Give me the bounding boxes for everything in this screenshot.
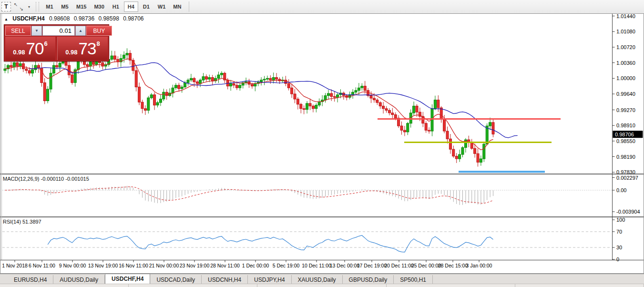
candle-body xyxy=(52,65,55,73)
candle-body xyxy=(165,92,168,95)
chart-tab-sp500-h1[interactable]: SP500,H1 xyxy=(394,275,433,284)
candle-body xyxy=(47,89,49,101)
candle-body xyxy=(111,56,113,59)
timeframe-button-d1[interactable]: D1 xyxy=(139,1,153,12)
timeframe-button-h4[interactable]: H4 xyxy=(124,1,138,12)
date-tick-label: 10 Dec 11:00 xyxy=(302,263,331,268)
candle-body xyxy=(233,83,235,85)
rsi-tick-label: 30 xyxy=(616,245,622,250)
price-tick-label: 1.01440 xyxy=(616,13,635,19)
chart-tab-usdchf-h4[interactable]: USDCHF,H4 xyxy=(105,274,150,284)
candle-body xyxy=(403,130,406,132)
chart-tab-usdcnh-h4[interactable]: USDCNH,H4 xyxy=(202,275,248,284)
candle-body xyxy=(135,71,137,87)
price-tick-label: 0.98190 xyxy=(616,154,635,160)
candle-body xyxy=(330,93,333,96)
timeframe-button-mn[interactable]: MN xyxy=(170,1,184,12)
candle-body xyxy=(318,102,320,105)
candle-body xyxy=(25,69,28,71)
date-tick-label: 1 Nov 2018 xyxy=(2,263,28,268)
price-tick-label: 0.99270 xyxy=(616,107,635,113)
macd-tick-label: 0.002297 xyxy=(616,175,638,181)
timeframe-button-w1[interactable]: W1 xyxy=(154,1,169,12)
candle-body xyxy=(56,65,58,67)
price-tick-label: 1.00360 xyxy=(616,60,635,66)
candle-body xyxy=(425,123,427,131)
chart-tabs-bar: EURUSD,H4AUDUSD,DailyUSDCHF,H4USDCAD,Dai… xyxy=(0,274,644,284)
date-tick-label: 5 Dec 19:00 xyxy=(273,263,300,268)
candle-body xyxy=(196,82,198,84)
triangle-up-icon: ▲ xyxy=(79,29,82,33)
sell-button[interactable]: SELL xyxy=(5,26,31,36)
date-tick-label: 13 Dec 00:00 xyxy=(330,263,360,268)
date-tick-label: 28 Nov 11:00 xyxy=(210,263,240,268)
candle-body xyxy=(373,98,375,100)
candle-body xyxy=(446,131,449,139)
candle-body xyxy=(13,63,15,67)
candle-body xyxy=(449,139,451,149)
candle-body xyxy=(211,78,214,81)
price-tick-label: 1.00720 xyxy=(616,44,635,50)
candle-body xyxy=(355,91,357,92)
timeframe-button-m1[interactable]: M1 xyxy=(42,1,57,12)
tool-dropdown-caret[interactable]: ▾ xyxy=(26,2,32,11)
candle-body xyxy=(10,65,12,67)
candle-body xyxy=(443,119,446,131)
candle-body xyxy=(95,61,98,64)
status-strip xyxy=(0,284,644,287)
candle-body xyxy=(123,55,125,58)
candle-body xyxy=(413,106,415,113)
chart-tab-usdcad-daily[interactable]: USDCAD,Daily xyxy=(150,275,202,284)
high-value: 0.98736 xyxy=(74,15,94,22)
mt4-window: T ↖ ↘ ▾ M1M5M15M30H1H4D1W1MN 1.014401.01… xyxy=(0,0,644,287)
toolbar-separator xyxy=(189,1,189,12)
price-tick-label: 1.00000 xyxy=(616,75,635,81)
timeframe-group: M1M5M15M30H1H4D1W1MN xyxy=(42,0,185,13)
chart-tab-gbpusd-daily[interactable]: GBPUSD,Daily xyxy=(343,275,394,284)
chart-tab-eurusd-h4[interactable]: EURUSD,H4 xyxy=(8,275,53,284)
date-tick-label: 9 Nov 00:00 xyxy=(59,263,86,268)
sell-price-display[interactable]: 0.98 70 6 xyxy=(5,37,55,60)
volume-input[interactable] xyxy=(42,26,75,36)
date-tick-label: 1 Dec 00:00 xyxy=(242,263,269,268)
chart-tab-usdjpy-h4[interactable]: USDJPY,H4 xyxy=(248,275,291,284)
candle-body xyxy=(327,93,329,96)
chart-tab-xauusd-daily[interactable]: XAUUSD,Daily xyxy=(292,275,343,284)
candle-body xyxy=(138,87,141,102)
candle-body xyxy=(272,78,275,80)
timeframe-button-m5[interactable]: M5 xyxy=(58,1,72,12)
candle-body xyxy=(156,102,159,105)
rsi-tick-label: 70 xyxy=(616,229,622,235)
timeframe-button-h1[interactable]: H1 xyxy=(109,1,123,12)
trade-panel-controls: SELL ▼ ▲ BUY xyxy=(5,26,108,36)
candle-body xyxy=(178,85,180,89)
chart-tab-audusd-daily[interactable]: AUDUSD,Daily xyxy=(53,275,105,284)
volume-increase-button[interactable]: ▲ xyxy=(75,26,86,36)
candle-body xyxy=(480,159,482,162)
candle-body xyxy=(230,83,232,86)
macd-values: -0.000110 -0.001015 xyxy=(41,176,89,182)
timeframe-button-m15[interactable]: M15 xyxy=(73,1,90,12)
volume-decrease-button[interactable]: ▼ xyxy=(31,26,42,36)
chart-window: 1.014401.010801.007201.003601.000000.996… xyxy=(0,13,644,274)
buy-button[interactable]: BUY xyxy=(86,26,112,36)
candle-body xyxy=(71,75,73,82)
rsi-name: RSI(14) xyxy=(3,219,21,225)
ohlc-values: 0.98608 0.98736 0.98598 0.98706 xyxy=(49,15,146,22)
rsi-indicator-label: RSI(14) 51.3897 xyxy=(3,219,41,225)
collapse-panel-icon[interactable]: ▲ xyxy=(4,17,8,21)
candle-body xyxy=(235,85,238,88)
candle-body xyxy=(86,64,89,66)
chart-shift-button[interactable]: ↖ ↘ xyxy=(12,2,25,11)
date-tick-label: 16 Nov 11:00 xyxy=(119,263,148,268)
candle-body xyxy=(260,80,263,82)
price-tick-label: 0.97830 xyxy=(616,169,635,175)
chevron-down-icon: ▾ xyxy=(28,5,30,9)
candle-body xyxy=(296,99,299,104)
price-tick-label: 0.98910 xyxy=(616,123,635,128)
buy-price-display[interactable]: 0.98 73 8 xyxy=(57,37,108,60)
candle-body xyxy=(239,85,241,88)
text-tool-button[interactable]: T xyxy=(1,2,11,11)
candle-body xyxy=(205,77,207,79)
timeframe-button-m30[interactable]: M30 xyxy=(91,1,107,12)
